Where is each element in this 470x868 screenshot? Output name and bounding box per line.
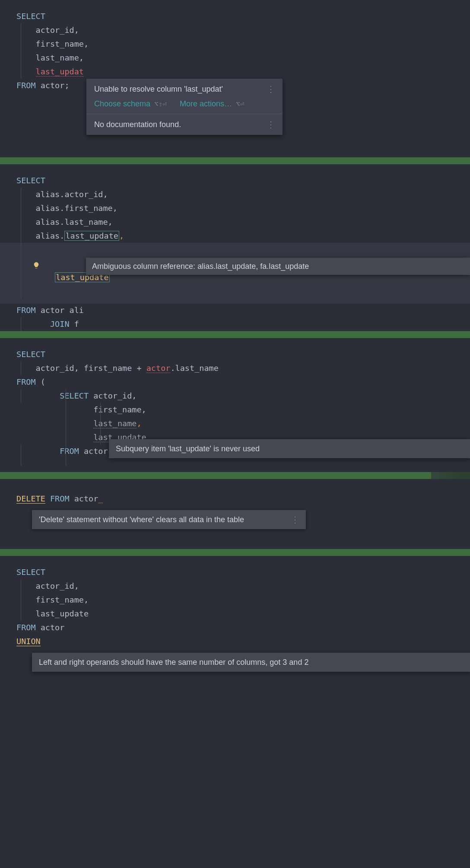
code-line[interactable]: alias.first_name,	[0, 201, 470, 215]
keyword-select: SELECT	[16, 176, 45, 185]
code-line[interactable]: first_name,	[0, 403, 470, 417]
code-line[interactable]: SELECT	[0, 565, 470, 579]
column: first_name,	[16, 39, 89, 48]
popup-actions-row: Choose schema ⌥⇧⏎ More actions… ⌥⏎	[86, 99, 283, 114]
column: last_name,	[16, 53, 84, 62]
column: last_update	[16, 609, 89, 618]
column: alias.first_name,	[16, 204, 118, 213]
code-line[interactable]: JOIN f	[0, 317, 470, 331]
code-line[interactable]: alias.last_name,	[0, 215, 470, 229]
separator	[0, 472, 470, 479]
keyword-from: FROM	[50, 494, 70, 503]
keyword-from: FROM	[60, 447, 79, 456]
choose-schema-link[interactable]: Choose schema	[94, 99, 150, 108]
popup-title-row: Unable to resolve column 'last_updat' ⋮	[86, 79, 283, 99]
code-block-4: DELETE FROM actor_ 'Delete' statement wi…	[0, 479, 470, 549]
code-line[interactable]: UNION	[0, 635, 470, 648]
column: first_name,	[16, 595, 89, 604]
popup-title: Unable to resolve column 'last_updat'	[94, 85, 223, 94]
kebab-icon[interactable]: ⋮	[291, 514, 299, 525]
keyword-join: JOIN	[50, 319, 70, 329]
keyword-delete[interactable]: DELETE	[16, 494, 45, 504]
column: actor_id,	[16, 581, 79, 590]
code-line	[0, 298, 470, 303]
code-line[interactable]: SELECT actor_id,	[0, 389, 470, 403]
bulb-icon[interactable]	[3, 246, 10, 253]
code-line[interactable]: FROM (	[0, 375, 470, 389]
code-line[interactable]: DELETE FROM actor_	[0, 492, 470, 506]
code-line[interactable]: SELECT	[0, 348, 470, 361]
keyword-select: SELECT	[16, 12, 45, 21]
ambiguous-tooltip: Ambiguous column reference: alias.last_u…	[86, 258, 470, 275]
no-documentation: No documentation found.	[94, 120, 181, 129]
shortcut: ⌥⏎	[236, 100, 244, 108]
keyword-select: SELECT	[16, 350, 45, 359]
more-actions-link[interactable]: More actions…	[180, 99, 232, 108]
corner-noise	[431, 472, 470, 479]
error-popup: Unable to resolve column 'last_updat' ⋮ …	[86, 79, 283, 135]
keyword-from: FROM	[16, 377, 36, 386]
code-block-1: SELECT actor_id, first_name, last_name, …	[0, 0, 470, 157]
keyword-from: FROM	[16, 81, 36, 90]
union-tooltip: Left and right operands should have the …	[32, 653, 470, 672]
code-line[interactable]: last_update	[0, 607, 470, 621]
shortcut: ⌥⇧⏎	[154, 100, 167, 108]
subquery-tooltip: Subquery item 'last_update' is never use…	[109, 439, 470, 458]
code-line[interactable]: last_updat	[0, 65, 470, 79]
code-line[interactable]: SELECT	[0, 174, 470, 188]
column: alias.actor_id,	[16, 190, 108, 199]
code-line[interactable]: FROM actor ali	[0, 303, 470, 317]
column: alias.last_name,	[16, 217, 113, 227]
popup-nodoc-row: No documentation found. ⋮	[86, 114, 283, 135]
separator	[0, 331, 470, 338]
separator	[0, 157, 470, 164]
code-line[interactable]: first_name,	[0, 593, 470, 607]
caret-icon: _	[98, 494, 103, 503]
keyword-select: SELECT	[16, 568, 45, 577]
keyword-union[interactable]: UNION	[16, 637, 41, 646]
code-line[interactable]: alias.last_update,	[0, 229, 470, 243]
delete-warning-tooltip: 'Delete' statement without 'where' clear…	[32, 510, 306, 529]
code-block-3: SELECT actor_id, first_name + actor.last…	[0, 338, 470, 472]
error-token[interactable]: actor	[146, 364, 171, 373]
unresolved-column[interactable]: last_updat	[36, 67, 84, 77]
code-line[interactable]: SELECT	[0, 10, 470, 23]
column: actor_id,	[16, 26, 79, 35]
keyword-from: FROM	[16, 306, 36, 315]
keyword-from: FROM	[16, 623, 36, 632]
code-line[interactable]: alias.actor_id,	[0, 188, 470, 201]
kebab-icon[interactable]: ⋮	[267, 119, 275, 130]
code-line[interactable]: actor_id,	[0, 579, 470, 593]
kebab-icon[interactable]: ⋮	[267, 84, 275, 94]
code-block-5: SELECT actor_id, first_name, last_update…	[0, 556, 470, 680]
code-line[interactable]: FROM actor	[0, 621, 470, 635]
code-line[interactable]: last_name,	[0, 51, 470, 65]
separator	[0, 549, 470, 556]
code-line[interactable]: actor_id, first_name + actor.last_name	[0, 361, 470, 375]
code-block-2: SELECT alias.actor_id, alias.first_name,…	[0, 164, 470, 331]
keyword-select: SELECT	[60, 391, 89, 400]
unused-column[interactable]: last_name	[93, 419, 137, 428]
code-line[interactable]: first_name,	[0, 37, 470, 51]
boxed-identifier[interactable]: last_update	[64, 231, 119, 241]
code-line[interactable]: actor_id,	[0, 23, 470, 37]
code-line	[0, 458, 470, 466]
code-line[interactable]: last_name,	[0, 417, 470, 431]
